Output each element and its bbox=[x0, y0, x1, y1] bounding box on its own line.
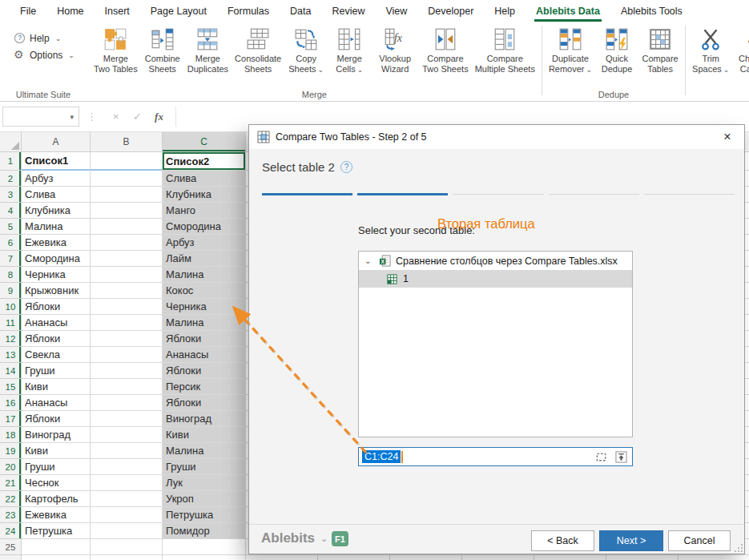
compare-two-sheets-button[interactable]: CompareTwo Sheets bbox=[419, 24, 471, 74]
cell-H26[interactable] bbox=[534, 555, 606, 560]
menu-tab-review[interactable]: Review bbox=[321, 0, 375, 22]
cell-B22[interactable] bbox=[91, 491, 163, 507]
cell-C24[interactable]: Помидор bbox=[163, 523, 246, 539]
cell-B11[interactable] bbox=[91, 315, 163, 331]
cell-C14[interactable]: Яблоки bbox=[163, 363, 246, 379]
cell-A22[interactable]: Картофель bbox=[22, 491, 91, 507]
cell-B13[interactable] bbox=[91, 347, 163, 363]
merge-duplicates-button[interactable]: MergeDuplicates bbox=[184, 24, 232, 74]
row-header-25[interactable]: 25 bbox=[0, 539, 22, 555]
copy-sheets-button[interactable]: CopySheets⌄ bbox=[284, 24, 328, 75]
row-header-12[interactable]: 12 bbox=[0, 331, 22, 347]
cell-A15[interactable]: Киви bbox=[22, 379, 91, 395]
vlookup-wizard-button[interactable]: fxVlookupWizard bbox=[373, 24, 417, 74]
cell-B26[interactable] bbox=[91, 555, 163, 560]
cancel-entry-button[interactable]: × bbox=[105, 111, 127, 123]
select-all-corner[interactable] bbox=[0, 132, 22, 152]
cell-C15[interactable]: Персик bbox=[163, 379, 246, 395]
row-header-5[interactable]: 5 bbox=[0, 219, 22, 235]
cell-A9[interactable]: Крыжовник bbox=[22, 283, 91, 299]
cell-A14[interactable]: Груши bbox=[22, 363, 91, 379]
cell-B7[interactable] bbox=[91, 251, 163, 267]
cell-C25[interactable] bbox=[163, 539, 246, 555]
menu-tab-view[interactable]: View bbox=[375, 0, 417, 22]
cell-A11[interactable]: Ананасы bbox=[22, 315, 91, 331]
cell-F26[interactable] bbox=[390, 555, 462, 560]
cell-C5[interactable]: Смородина bbox=[163, 219, 246, 235]
cell-C22[interactable]: Укроп bbox=[163, 491, 246, 507]
cell-B17[interactable] bbox=[91, 411, 163, 427]
cell-C9[interactable]: Кокос bbox=[163, 283, 246, 299]
menu-tab-ablebits-tools[interactable]: Ablebits Tools bbox=[610, 0, 693, 22]
cell-C11[interactable]: Малина bbox=[163, 315, 246, 331]
menu-tab-formulas[interactable]: Formulas bbox=[217, 0, 280, 22]
merge-cells-button[interactable]: MergeCells⌄ bbox=[328, 24, 371, 75]
cell-A20[interactable]: Груши bbox=[22, 459, 91, 475]
cell-B21[interactable] bbox=[91, 475, 163, 491]
cell-B24[interactable] bbox=[91, 523, 163, 539]
cell-E26[interactable] bbox=[318, 555, 390, 560]
row-header-15[interactable]: 15 bbox=[0, 379, 22, 395]
cell-C23[interactable]: Петрушка bbox=[163, 507, 246, 523]
cell-C7[interactable]: Лайм bbox=[163, 251, 246, 267]
cell-B10[interactable] bbox=[91, 299, 163, 315]
cell-B1[interactable] bbox=[91, 152, 163, 171]
cell-B15[interactable] bbox=[91, 379, 163, 395]
cell-A12[interactable]: Яблоки bbox=[22, 331, 91, 347]
range-input[interactable]: C1:C24 bbox=[358, 447, 633, 466]
confirm-entry-button[interactable]: ✓ bbox=[127, 111, 148, 123]
help-menu-button[interactable]: ? Help ⌄ bbox=[14, 32, 74, 44]
menu-tab-file[interactable]: File bbox=[10, 0, 46, 22]
menu-tab-data[interactable]: Data bbox=[280, 0, 321, 22]
cell-C8[interactable]: Малина bbox=[163, 267, 246, 283]
row-header-16[interactable]: 16 bbox=[0, 395, 22, 411]
column-header-B[interactable]: B bbox=[91, 132, 163, 152]
row-header-20[interactable]: 20 bbox=[0, 459, 22, 475]
cell-A24[interactable]: Петрушка bbox=[22, 523, 91, 539]
row-header-4[interactable]: 4 bbox=[0, 203, 22, 219]
collapse-dialog-button[interactable] bbox=[613, 450, 629, 464]
next-button[interactable]: Next > bbox=[599, 530, 663, 551]
cell-B4[interactable] bbox=[91, 203, 163, 219]
cell-A16[interactable]: Ананасы bbox=[22, 395, 91, 411]
cell-A13[interactable]: Свекла bbox=[22, 347, 91, 363]
row-header-3[interactable]: 3 bbox=[0, 187, 22, 203]
cell-C17[interactable]: Виноград bbox=[163, 411, 246, 427]
cell-A3[interactable]: Слива bbox=[22, 187, 91, 203]
cell-A8[interactable]: Черника bbox=[22, 267, 91, 283]
cell-C20[interactable]: Груши bbox=[163, 459, 246, 475]
cell-A17[interactable]: Яблоки bbox=[22, 411, 91, 427]
cell-C4[interactable]: Манго bbox=[163, 203, 246, 219]
cell-A21[interactable]: Чеснок bbox=[22, 475, 91, 491]
chevron-down-icon[interactable]: ⌄ bbox=[364, 256, 374, 265]
cell-B3[interactable] bbox=[91, 187, 163, 203]
cell-A2[interactable]: Арбуз bbox=[22, 171, 91, 187]
cell-B23[interactable] bbox=[91, 507, 163, 523]
cell-C19[interactable]: Малина bbox=[163, 443, 246, 459]
cell-A7[interactable]: Смородина bbox=[22, 251, 91, 267]
cell-A25[interactable] bbox=[22, 539, 91, 555]
ablebits-brand-menu[interactable]: Ablebits ⌄ bbox=[261, 530, 328, 546]
consolidate-sheets-button[interactable]: ConsolidateSheets bbox=[232, 24, 284, 74]
menu-tab-developer[interactable]: Developer bbox=[417, 0, 484, 22]
row-header-10[interactable]: 10 bbox=[0, 299, 22, 315]
cell-B9[interactable] bbox=[91, 283, 163, 299]
cell-B6[interactable] bbox=[91, 235, 163, 251]
cell-G26[interactable] bbox=[462, 555, 534, 560]
name-box[interactable]: ▾ bbox=[2, 107, 79, 127]
cell-A19[interactable]: Киви bbox=[22, 443, 91, 459]
column-header-A[interactable]: A bbox=[22, 132, 91, 152]
row-header-19[interactable]: 19 bbox=[0, 443, 22, 459]
cell-B14[interactable] bbox=[91, 363, 163, 379]
trim-spaces-button[interactable]: TrimSpaces⌄ bbox=[689, 24, 732, 75]
cell-C16[interactable]: Яблоки bbox=[163, 395, 246, 411]
combine-sheets-button[interactable]: CombineSheets bbox=[141, 24, 184, 74]
row-header-24[interactable]: 24 bbox=[0, 523, 22, 539]
row-header-1[interactable]: 1 bbox=[0, 152, 22, 171]
menu-tab-insert[interactable]: Insert bbox=[95, 0, 140, 22]
cell-B18[interactable] bbox=[91, 427, 163, 443]
row-header-13[interactable]: 13 bbox=[0, 347, 22, 363]
row-header-21[interactable]: 21 bbox=[0, 475, 22, 491]
cell-B25[interactable] bbox=[91, 539, 163, 555]
cell-A6[interactable]: Ежевика bbox=[22, 235, 91, 251]
